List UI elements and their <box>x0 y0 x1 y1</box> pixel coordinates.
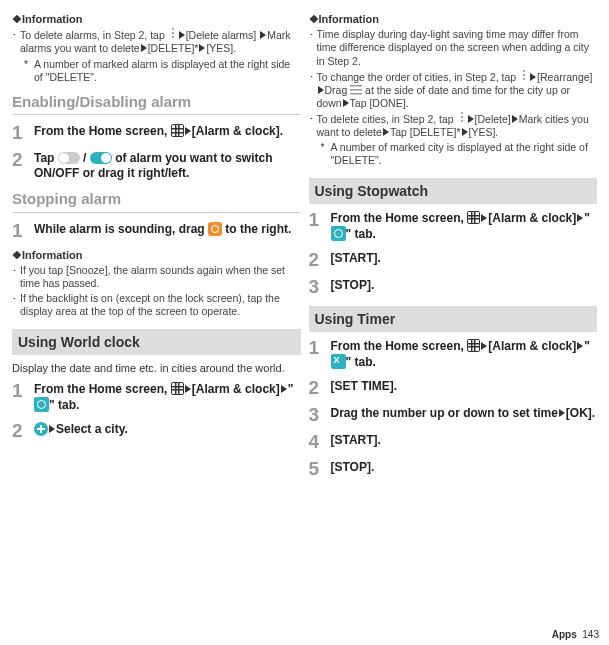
text: " <box>584 211 590 225</box>
text: Tap [DELETE]* <box>390 126 461 138</box>
page-footer: Apps 143 <box>552 628 599 641</box>
text: [YES]. <box>469 126 499 138</box>
bullet-text: Time display during day-light saving tim… <box>317 28 598 67</box>
box-heading: Using Stopwatch <box>309 178 598 204</box>
step-2: 2 [START]. <box>309 250 598 269</box>
step-1: 1 From the Home screen, [Alarm & clock]"… <box>12 381 301 413</box>
bullet-text: To delete alarms, in Step 2, tap [Delete… <box>20 28 301 55</box>
text: " <box>288 382 294 396</box>
step-number: 5 <box>309 459 331 478</box>
arrow-icon <box>577 342 583 350</box>
arrow-icon <box>383 128 389 136</box>
note-row: * A number of marked alarm is displayed … <box>12 58 301 84</box>
apps-icon <box>467 339 480 352</box>
add-icon <box>34 422 48 436</box>
drag-handle-icon <box>350 85 362 95</box>
arrow-icon <box>185 385 191 393</box>
step-4: 4 [START]. <box>309 432 598 451</box>
info-heading: ❖Information <box>12 248 301 262</box>
box-heading: Using World clock <box>12 329 301 355</box>
step-2: 2 Tap / of alarm you want to switch ON/O… <box>12 150 301 181</box>
step-number: 3 <box>309 405 331 424</box>
step-5: 5 [STOP]. <box>309 459 598 478</box>
text: To delete cities, in Step 2, tap <box>317 113 457 125</box>
asterisk: * <box>321 141 331 167</box>
world-tab-icon <box>34 397 49 412</box>
text: " tab. <box>346 227 376 241</box>
text: " tab. <box>346 355 376 369</box>
step-body: [START]. <box>331 432 598 448</box>
info-bullet: ･ If the backlight is on (except on the … <box>12 292 301 318</box>
step-2: 2 [SET TIME]. <box>309 378 598 397</box>
text: [Delete] <box>475 113 511 125</box>
menu-icon <box>457 112 467 124</box>
text: Drag <box>325 84 351 96</box>
text: [YES]. <box>206 42 236 54</box>
step-number: 1 <box>12 221 34 240</box>
timer-tab-icon <box>331 354 346 369</box>
toggle-off-icon <box>58 152 80 164</box>
text: [DELETE]* <box>148 42 199 54</box>
page-number: 143 <box>582 629 599 640</box>
text: To change the order of cities, in Step 2… <box>317 71 520 83</box>
arrow-icon <box>318 86 324 94</box>
text: From the Home screen, <box>331 339 468 353</box>
text: Drag the number up or down to set time <box>331 406 558 420</box>
bullet-dot: ･ <box>309 28 317 67</box>
arrow-icon <box>141 44 147 52</box>
alarm-drag-icon <box>208 222 222 236</box>
left-column: ❖Information ･ To delete alarms, in Step… <box>8 8 305 625</box>
arrow-icon <box>49 425 55 433</box>
section-heading: Enabling/Disabling alarm <box>12 92 301 116</box>
arrow-icon <box>281 385 287 393</box>
section-heading: Stopping alarm <box>12 189 301 213</box>
arrow-icon <box>462 128 468 136</box>
info-bullet: ･ To delete cities, in Step 2, tap [Dele… <box>309 112 598 139</box>
note-text: A number of marked city is displayed at … <box>331 141 598 167</box>
intro-text: Display the date and time etc. in cities… <box>12 361 301 375</box>
stopwatch-tab-icon <box>331 226 346 241</box>
step-number: 4 <box>309 432 331 451</box>
text: From the Home screen, <box>331 211 468 225</box>
step-body: Tap / of alarm you want to switch ON/OFF… <box>34 150 301 181</box>
step-number: 1 <box>309 338 331 357</box>
arrow-icon <box>179 31 185 39</box>
text: Tap [DONE]. <box>350 97 409 109</box>
step-3: 3 Drag the number up or down to set time… <box>309 405 598 424</box>
text: Tap <box>34 151 58 165</box>
box-heading: Using Timer <box>309 306 598 332</box>
text: [Delete alarms] <box>186 29 260 41</box>
step-body: [START]. <box>331 250 598 266</box>
arrow-icon <box>481 342 487 350</box>
step-body: [SET TIME]. <box>331 378 598 394</box>
arrow-icon <box>185 127 191 135</box>
bullet-dot: ･ <box>12 264 20 290</box>
toggle-on-icon <box>90 152 112 164</box>
step-2: 2 Select a city. <box>12 421 301 440</box>
text: to the right. <box>222 222 291 236</box>
step-body: Select a city. <box>34 421 301 437</box>
step-body: From the Home screen, [Alarm & clock]"" … <box>331 210 598 242</box>
step-number: 2 <box>12 421 34 440</box>
bullet-text: If you tap [Snooze], the alarm sounds ag… <box>20 264 301 290</box>
arrow-icon <box>199 44 205 52</box>
arrow-icon <box>343 99 349 107</box>
info-heading: ❖Information <box>309 12 598 26</box>
arrow-icon <box>512 115 518 123</box>
apps-icon <box>171 124 184 137</box>
bullet-dot: ･ <box>309 70 317 110</box>
menu-icon <box>168 28 178 40</box>
bullet-text: To delete cities, in Step 2, tap [Delete… <box>317 112 598 139</box>
arrow-icon <box>468 115 474 123</box>
info-bullet: ･ To change the order of cities, in Step… <box>309 70 598 110</box>
text: [Alarm & clock] <box>192 382 280 396</box>
arrow-icon <box>530 73 536 81</box>
bullet-dot: ･ <box>309 112 317 139</box>
step-body: [STOP]. <box>331 277 598 293</box>
step-3: 3 [STOP]. <box>309 277 598 296</box>
step-body: Drag the number up or down to set time[O… <box>331 405 598 421</box>
step-1: 1 From the Home screen, [Alarm & clock]. <box>12 123 301 142</box>
arrow-icon <box>260 31 266 39</box>
bullet-text: If the backlight is on (except on the lo… <box>20 292 301 318</box>
note-text: A number of marked alarm is displayed at… <box>34 58 301 84</box>
